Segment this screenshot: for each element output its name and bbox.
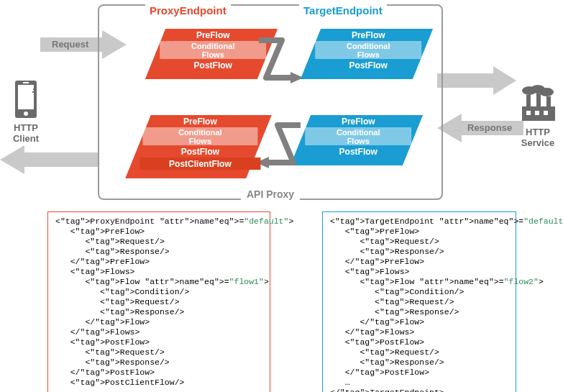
svg-rect-21 <box>535 111 539 115</box>
client-label: HTTP Client <box>7 122 45 144</box>
svg-rect-12 <box>32 91 36 93</box>
proxy-response-pipeline: PreFlow Conditional Flows PostFlow PostC… <box>125 115 272 178</box>
svg-rect-11 <box>33 88 36 90</box>
stage-postflow: PostFlow <box>302 145 414 158</box>
svg-rect-10 <box>34 86 36 87</box>
stage-conditional: Conditional Flows <box>142 127 257 145</box>
svg-rect-16 <box>526 95 531 108</box>
proxy-endpoint-title: ProxyEndpoint <box>145 4 231 17</box>
target-endpoint-xml: <"tag">TargetEndpoint "attr">name"eq">="… <box>322 211 516 392</box>
request-label: Request <box>52 39 88 50</box>
http-client: HTTP Client <box>7 79 45 144</box>
stage-postflow: PostFlow <box>139 145 260 158</box>
response-label: Response <box>467 122 512 133</box>
stage-preflow: PreFlow <box>312 29 424 41</box>
svg-marker-3 <box>0 145 98 174</box>
target-request-pipeline: PreFlow Conditional Flows PostFlow <box>301 29 433 79</box>
stage-preflow: PreFlow <box>157 29 269 41</box>
stage-preflow: PreFlow <box>302 115 414 127</box>
stage-postflow: PostFlow <box>312 59 424 71</box>
svg-rect-20 <box>526 111 531 115</box>
svg-point-9 <box>24 111 28 116</box>
svg-rect-7 <box>18 85 34 109</box>
response-arrow-out-icon <box>0 145 98 174</box>
phone-icon <box>13 79 39 119</box>
svg-rect-17 <box>536 94 541 108</box>
stage-conditional: Conditional Flows <box>160 41 266 59</box>
stage-conditional: Conditional Flows <box>305 127 411 145</box>
svg-rect-8 <box>23 82 29 83</box>
target-response-pipeline: PreFlow Conditional Flows PostFlow <box>290 115 423 165</box>
request-arrow-out-icon <box>437 66 516 95</box>
factory-icon <box>518 83 558 124</box>
proxy-endpoint-xml: <"tag">ProxyEndpoint "attr">name"eq">="d… <box>47 211 270 392</box>
svg-rect-18 <box>546 96 551 108</box>
connector-right-icon <box>256 36 306 85</box>
api-proxy-label: API Proxy <box>241 188 300 200</box>
service-label: HTTP Service <box>516 127 560 148</box>
svg-point-15 <box>539 88 554 96</box>
stage-conditional: Conditional Flows <box>315 41 421 59</box>
stage-postclientflow: PostClientFlow <box>139 158 260 170</box>
svg-marker-1 <box>437 66 516 95</box>
stage-postflow: PostFlow <box>157 59 269 71</box>
http-service: HTTP Service <box>516 83 560 148</box>
target-endpoint-title: TargetEndpoint <box>299 4 387 17</box>
svg-rect-22 <box>544 111 548 115</box>
stage-preflow: PreFlow <box>139 115 260 127</box>
